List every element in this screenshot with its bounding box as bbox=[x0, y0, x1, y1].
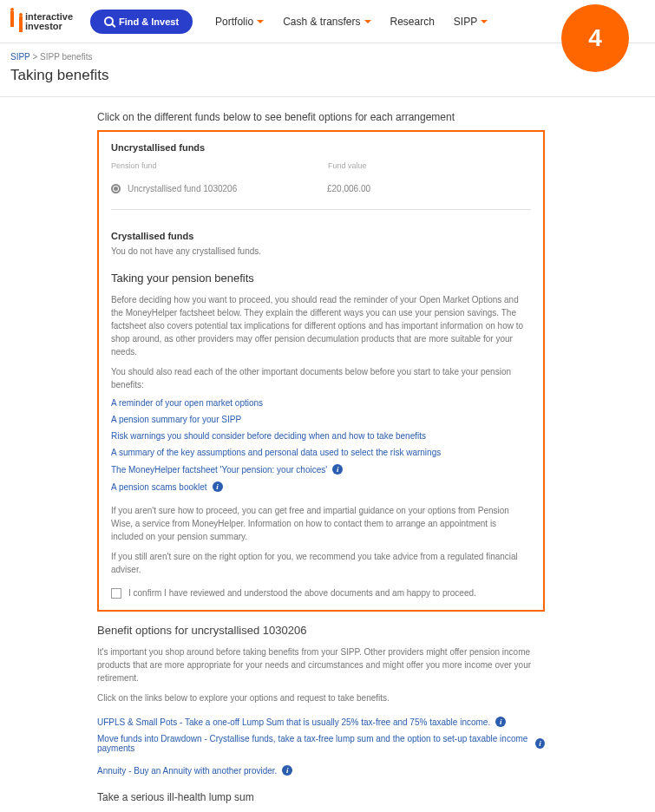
link-scams-booklet[interactable]: A pension scams bookleti bbox=[111, 481, 531, 492]
main-content: Click on the different funds below to se… bbox=[0, 97, 555, 812]
benefit-options-heading: Benefit options for uncrystallised 10302… bbox=[97, 624, 545, 637]
taking-benefits-heading: Taking your pension benefits bbox=[111, 272, 531, 285]
tpb-para-2: You should also read each of the other i… bbox=[111, 365, 531, 391]
brand-logo[interactable]: interactive investor bbox=[10, 12, 73, 31]
find-invest-button[interactable]: Find & Invest bbox=[90, 10, 193, 34]
fund-table-header: Pension fund Fund value bbox=[111, 161, 531, 170]
logo-icon bbox=[10, 14, 23, 29]
link-pension-summary[interactable]: A pension summary for your SIPP bbox=[111, 415, 531, 424]
link-drawdown[interactable]: Move funds into Drawdown - Crystallise f… bbox=[97, 734, 545, 753]
nav-research[interactable]: Research bbox=[390, 16, 435, 28]
col-fund-value: Fund value bbox=[328, 161, 367, 170]
info-icon[interactable]: i bbox=[535, 738, 545, 749]
main-nav: Portfolio Cash & transfers Research SIPP bbox=[215, 16, 488, 28]
crumb-current: SIPP benefits bbox=[40, 52, 92, 62]
ill-health-heading: Take a serious ill-health lump sum bbox=[97, 791, 545, 803]
tpb-para-4: If you still aren't sure on the right op… bbox=[111, 550, 531, 576]
link-open-market[interactable]: A reminder of your open market options bbox=[111, 398, 531, 408]
highlighted-panel: Uncrystallised funds Pension fund Fund v… bbox=[97, 130, 545, 612]
search-icon bbox=[104, 16, 114, 26]
fund-row[interactable]: Uncrystallised fund 1030206 £20,006.00 bbox=[111, 177, 531, 210]
fund-value: £20,006.00 bbox=[327, 184, 370, 193]
chevron-down-icon bbox=[481, 20, 488, 23]
link-assumptions[interactable]: A summary of the key assumptions and per… bbox=[111, 448, 531, 457]
link-annuity[interactable]: Annuity - Buy an Annuity with another pr… bbox=[97, 765, 545, 776]
app-header: interactive investor Find & Invest Portf… bbox=[0, 0, 655, 43]
info-icon[interactable]: i bbox=[213, 481, 223, 492]
link-risk-warnings[interactable]: Risk warnings you should consider before… bbox=[111, 431, 531, 441]
nav-portfolio[interactable]: Portfolio bbox=[215, 16, 264, 28]
chevron-down-icon bbox=[364, 20, 371, 23]
confirm-checkbox[interactable] bbox=[111, 588, 121, 599]
link-ufpls[interactable]: UFPLS & Small Pots - Take a one-off Lump… bbox=[97, 717, 545, 727]
nav-sipp[interactable]: SIPP bbox=[454, 16, 488, 28]
logo-text-1: interactive bbox=[25, 12, 73, 22]
fund-name: Uncrystallised fund 1030206 bbox=[128, 184, 327, 193]
intro-text: Click on the different funds below to se… bbox=[97, 111, 545, 123]
info-icon[interactable]: i bbox=[332, 464, 343, 475]
tpb-para-3: If you aren't sure how to proceed, you c… bbox=[111, 504, 531, 543]
logo-text-2: investor bbox=[25, 22, 73, 31]
breadcrumb: SIPP > SIPP benefits bbox=[0, 43, 655, 65]
crystallised-heading: Crystallised funds bbox=[111, 231, 531, 241]
bo-para-2: Click on the links below to explore your… bbox=[97, 691, 545, 704]
nav-cash-transfers[interactable]: Cash & transfers bbox=[283, 16, 370, 28]
crystallised-text: You do not have any crystallised funds. bbox=[111, 245, 531, 258]
col-pension-fund: Pension fund bbox=[111, 161, 328, 170]
crumb-sipp[interactable]: SIPP bbox=[10, 52, 30, 62]
step-badge: 4 bbox=[561, 4, 629, 72]
info-icon[interactable]: i bbox=[495, 717, 506, 727]
confirm-row: I confirm I have reviewed and understood… bbox=[111, 586, 531, 599]
uncrystallised-heading: Uncrystallised funds bbox=[111, 142, 531, 153]
tpb-para-1: Before deciding how you want to proceed,… bbox=[111, 293, 531, 358]
chevron-down-icon bbox=[257, 20, 264, 23]
link-moneyhelper[interactable]: The MoneyHelper factsheet 'Your pension:… bbox=[111, 464, 531, 475]
find-invest-label: Find & Invest bbox=[119, 16, 179, 27]
radio-selected-icon[interactable] bbox=[111, 184, 121, 193]
page-title: Taking benefits bbox=[0, 65, 655, 97]
confirm-label: I confirm I have reviewed and understood… bbox=[128, 586, 476, 599]
bo-para-1: It's important you shop around before ta… bbox=[97, 645, 545, 684]
info-icon[interactable]: i bbox=[282, 765, 292, 776]
